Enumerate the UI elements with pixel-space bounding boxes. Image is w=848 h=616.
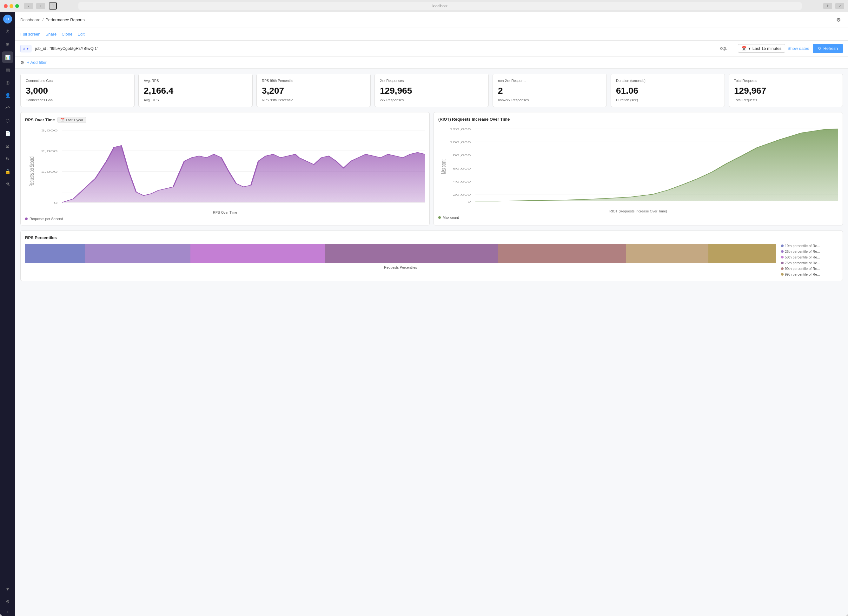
sidebar-item-canvas[interactable]: ▤ [2,64,13,76]
rps-time-badge-label: Last 1 year [66,118,83,122]
stat-card-connections: Connections Goal 3,000 Connections Goal [20,74,135,107]
sidebar-item-sync[interactable]: ↻ [2,153,13,165]
stat-card-total-requests: Total Requests 129,967 Total Requests [729,74,843,107]
stat-card-value: 2,166.4 [144,86,247,96]
stat-cards-grid: Connections Goal 3,000 Connections Goal … [20,74,843,107]
stat-card-subtitle: Connections Goal [26,98,129,102]
header-settings-button[interactable]: ⚙ [834,16,843,24]
refresh-icon: ↻ [818,46,821,51]
svg-text:80,000: 80,000 [453,154,471,157]
filter-hash-label: # [23,46,25,51]
sidebar-item-siem[interactable]: 📄 [2,128,13,139]
legend-dot-25 [781,250,784,253]
percentile-segment-99 [709,244,776,263]
percentile-segment-95 [626,244,709,263]
maximize-button[interactable] [15,4,19,8]
back-button[interactable]: ‹ [24,3,33,9]
sidebar-item-settings[interactable]: ⚙ [2,596,13,607]
legend-label-10: 10th percentile of Re... [785,244,820,248]
percentile-segment-25 [85,244,190,263]
rps-chart-title: RPS Over Time [25,117,55,122]
legend-item-10: 10th percentile of Re... [781,244,838,248]
filter-settings-icon[interactable]: ⚙ [20,60,24,65]
stat-card-subtitle: Total Requests [734,98,838,102]
svg-text:120,000: 120,000 [449,128,471,131]
sidebar-item-apm[interactable] [2,102,13,114]
sidebar-item-logs[interactable]: 👤 [2,89,13,101]
breadcrumb-root[interactable]: Dashboard [20,18,41,22]
svg-text:Requests per Second: Requests per Second [28,157,35,186]
avatar[interactable]: D [3,15,12,24]
svg-text:60,000: 60,000 [453,167,471,170]
stat-card-value: 3,207 [262,86,365,96]
divider [734,45,734,52]
legend-dot-50 [781,256,784,258]
stat-card-duration: Duration (seconds) 61.06 Duration (sec) [611,74,725,107]
legend-item-75: 75th percentile of Re... [781,261,838,265]
expand-button[interactable]: ⤢ [835,3,844,9]
edit-link[interactable]: Edit [77,32,85,37]
stat-card-value: 2 [498,86,601,96]
sidebar-item-health[interactable]: ♥ [2,583,13,595]
charts-row: RPS Over Time 📅 Last 1 year [20,112,843,226]
time-range-value: Last 15 minutes [753,46,782,51]
percentile-legend: 10th percentile of Re... 25th percentile… [781,244,838,276]
filter-query[interactable]: job_id : "l9I5VyCg5btgRsYBtwQl1" [34,46,715,51]
sidebar-item-clock[interactable]: ⏱ [2,26,13,37]
sidebar-item-dev[interactable]: ⚗ [2,178,13,190]
stat-card-subtitle: RPS 99th Percentile [262,98,365,102]
breadcrumb: Dashboard / Performance Reports [20,18,85,22]
stat-card-value: 129,965 [380,86,483,96]
rps-x-label: RPS Over Time [25,211,425,214]
rps-time-badge[interactable]: 📅 Last 1 year [58,117,86,123]
svg-text:0: 0 [54,201,58,205]
sidebar-item-discover[interactable]: ⊞ [2,39,13,50]
url-bar[interactable]: localhost [79,2,802,10]
calendar-small-icon: 📅 [60,118,65,122]
rps-legend: Requests per Second [25,217,425,221]
filter-bar: # ▾ job_id : "l9I5VyCg5btgRsYBtwQl1" KQL… [15,41,848,56]
forward-button[interactable]: › [36,3,45,9]
rps-chart-body: 3,000 2,000 1,000 0 Requests per Second [25,127,425,209]
legend-dot-10 [781,245,784,247]
traffic-lights [4,4,19,8]
stat-card-title: Total Requests [734,79,838,83]
stat-card-title: Avg. RPS [144,79,247,83]
clone-link[interactable]: Clone [62,32,73,37]
legend-label-75: 75th percentile of Re... [785,261,820,265]
time-range-selector[interactable]: 📅 ▾ Last 15 minutes [738,44,785,53]
kql-button[interactable]: KQL [717,45,730,52]
percentile-title: RPS Percentiles [25,235,838,240]
percentile-segment-50 [190,244,326,263]
close-button[interactable] [4,4,7,8]
legend-item-90: 90th percentile of Re... [781,267,838,270]
full-screen-link[interactable]: Full screen [20,32,41,37]
percentile-segment-75 [325,244,498,263]
percentile-x-label: Requests Percentiles [25,266,776,269]
sidebar-item-uptime[interactable]: ⊠ [2,140,13,152]
sidebar-item-infra[interactable]: ⬡ [2,115,13,126]
stat-card-rps-99: RPS 99th Percentile 3,207 RPS 99th Perce… [256,74,371,107]
sidebar-toggle-button[interactable]: ⊟ [49,2,57,9]
refresh-button[interactable]: ↻ Refresh [813,44,843,53]
legend-label-25: 25th percentile of Re... [785,249,820,253]
legend-item-99: 99th percentile of Re... [781,272,838,276]
sidebar-item-maps[interactable]: ◎ [2,77,13,88]
percentile-segment-90 [498,244,626,263]
minimize-button[interactable] [9,4,13,8]
sidebar-collapse-button[interactable]: ≡ [7,610,9,613]
legend-dot-75 [781,262,784,264]
page-title: Performance Reports [45,18,85,22]
svg-text:0: 0 [467,200,471,203]
share-link[interactable]: Share [46,32,57,37]
show-dates-button[interactable]: Show dates [788,46,809,51]
stat-card-value: 3,000 [26,86,129,96]
sidebar-item-dashboard[interactable]: 📊 [2,52,13,63]
share-button[interactable]: ⬆ [823,3,832,9]
sidebar-item-lock[interactable]: 🔒 [2,166,13,177]
filter-type-selector[interactable]: # ▾ [20,45,31,52]
rps-legend-dot [25,218,28,220]
add-filter-button[interactable]: + Add filter [27,60,47,65]
stat-card-title: Connections Goal [26,79,129,83]
svg-text:3,000: 3,000 [41,129,58,132]
